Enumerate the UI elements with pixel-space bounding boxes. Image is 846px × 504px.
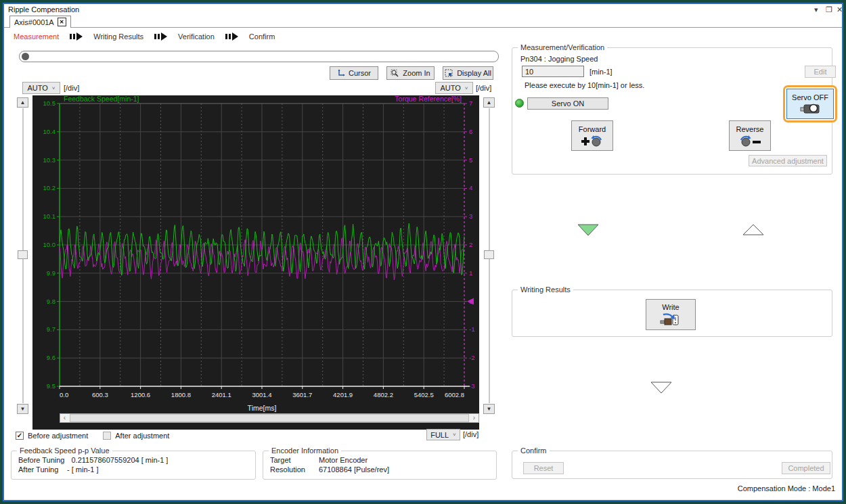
window-menu-icon[interactable]: ▾ [814, 5, 818, 14]
svg-text:1: 1 [469, 269, 472, 277]
reset-button[interactable]: Reset [523, 462, 564, 474]
slider-thumb[interactable] [18, 250, 28, 259]
ripple-compensation-window: Ripple Compensation ▾ ❐ ✕ Axis#0001A ✕ M… [0, 0, 846, 504]
svg-text:9.5: 9.5 [47, 382, 55, 390]
scroll-thumb[interactable] [70, 414, 469, 422]
advanced-adjustment-button[interactable]: Advanced adjustment [749, 155, 827, 166]
jogging-speed-input[interactable] [522, 66, 584, 77]
slider-thumb[interactable] [484, 250, 494, 259]
svg-text:Time[ms]: Time[ms] [248, 404, 277, 412]
after-tuning-value: - [ min-1 ] [67, 465, 98, 474]
encoder-info-group: Encoder Information Target Motor Encoder… [263, 451, 497, 480]
step-arrow-icon [70, 32, 83, 41]
pp-value-title: Feedback Speed p-p Value [17, 446, 112, 455]
right-scale-unit: [/div] [476, 84, 491, 92]
encoder-resolution-row: Resolution 67108864 [Pulse/rev] [270, 465, 496, 474]
pp-value-group: Feedback Speed p-p Value Before Tuning 0… [11, 451, 256, 480]
svg-text:9.6: 9.6 [47, 354, 55, 361]
jogging-speed-unit: [min-1] [589, 68, 613, 76]
zoom-in-button[interactable]: Zoom In [386, 66, 435, 80]
tab-label: Axis#0001A [14, 18, 54, 26]
left-axis-slider[interactable]: ▲ ▼ [17, 97, 29, 414]
tab-close-icon[interactable]: ✕ [58, 18, 66, 26]
servo-motor-icon [800, 103, 820, 114]
time-scrollbar[interactable]: ‹ › [60, 413, 479, 423]
svg-text:10.3: 10.3 [43, 156, 56, 164]
scroll-right-icon[interactable]: › [470, 414, 478, 422]
slider-down-button[interactable]: ▼ [483, 404, 495, 414]
before-adjustment-checkbox-row: ✓ Before adjustment After adjustment [16, 432, 169, 440]
before-adjustment-label: Before adjustment [28, 432, 88, 440]
left-scale-unit: [/div] [64, 84, 79, 92]
step-verification: Verification [178, 32, 215, 41]
completed-button[interactable]: Completed [782, 462, 830, 474]
svg-text:7: 7 [469, 99, 472, 107]
svg-text:Feedback Speed[min-1]: Feedback Speed[min-1] [64, 95, 139, 103]
svg-text:2401.1: 2401.1 [212, 391, 231, 398]
close-icon[interactable]: ✕ [837, 5, 843, 14]
svg-text:9.9: 9.9 [47, 269, 55, 277]
after-adjustment-checkbox[interactable] [103, 432, 111, 440]
svg-text:1200.6: 1200.6 [131, 391, 150, 398]
svg-text:10.0: 10.0 [43, 241, 56, 248]
slider-up-button[interactable]: ▲ [17, 97, 28, 108]
svg-text:10.4: 10.4 [43, 128, 56, 135]
svg-text:600.3: 600.3 [92, 391, 108, 398]
write-button[interactable]: Write [646, 299, 696, 330]
before-adjustment-checkbox[interactable]: ✓ [16, 432, 24, 440]
svg-text:4: 4 [469, 184, 472, 191]
step-arrow-icon [154, 32, 167, 41]
maximize-icon[interactable]: ❐ [826, 5, 832, 14]
triangle-up-icon: ▲ [487, 100, 492, 106]
svg-text:-2: -2 [469, 354, 474, 361]
reverse-button[interactable]: Reverse [729, 120, 771, 151]
servo-off-button[interactable]: Servo OFF [786, 89, 834, 119]
confirm-title: Confirm [518, 446, 550, 455]
svg-text:3: 3 [469, 212, 472, 220]
flow-down-triangle-active-icon [577, 224, 599, 237]
servo-off-highlight: Servo OFF [783, 85, 837, 122]
reverse-jog-icon [738, 135, 762, 147]
edit-button[interactable]: Edit [805, 66, 836, 78]
display-all-button[interactable]: Display All [443, 66, 493, 80]
window-title: Ripple Compensation [8, 5, 79, 14]
measurement-verification-title: Measurement/Verification [518, 43, 607, 51]
tab-axis0001a[interactable]: Axis#0001A ✕ [9, 16, 71, 28]
after-adjustment-label: After adjustment [115, 432, 169, 440]
servo-status-lamp [515, 99, 524, 108]
chevron-down-icon: ˅ [453, 432, 456, 438]
svg-text:5: 5 [469, 156, 472, 164]
forward-button[interactable]: Forward [571, 120, 613, 151]
right-scale-dropdown[interactable]: AUTO˅ [435, 82, 473, 94]
before-tuning-value: 0.211578607559204 [ min-1 ] [72, 456, 169, 464]
step-arrow-icon [225, 32, 238, 41]
slider-down-button[interactable]: ▼ [17, 404, 28, 414]
forward-jog-icon [580, 135, 604, 147]
svg-text:10.2: 10.2 [43, 184, 56, 191]
waveform-chart: 10.510.410.310.210.110.09.99.89.79.69.57… [32, 95, 479, 430]
window-body: Ripple Compensation ▾ ❐ ✕ Axis#0001A ✕ M… [3, 3, 843, 501]
right-axis-slider[interactable]: ▲ ▼ [483, 97, 495, 414]
triangle-down-icon: ▼ [20, 407, 26, 412]
cursor-button[interactable]: Cursor [330, 66, 378, 80]
write-to-encoder-icon [659, 313, 682, 326]
measurement-progress-track[interactable] [19, 51, 499, 62]
cursor-axes-icon [337, 69, 345, 77]
after-tuning-row: After Tuning - [ min-1 ] [18, 465, 255, 474]
svg-text:4802.2: 4802.2 [374, 391, 393, 398]
scroll-left-icon[interactable]: ‹ [60, 414, 69, 422]
servo-on-button[interactable]: Servo ON [527, 97, 608, 110]
encoder-target-value: Motor Encoder [319, 456, 368, 464]
left-scale-dropdown[interactable]: AUTO˅ [22, 82, 60, 94]
slider-up-button[interactable]: ▲ [483, 97, 495, 108]
encoder-target-row: Target Motor Encoder [270, 456, 496, 464]
chevron-down-icon: ˅ [465, 85, 468, 91]
triangle-up-icon: ▲ [20, 100, 26, 106]
display-all-icon [445, 69, 453, 78]
compensation-mode-label: Compensation Mode : Mode1 [738, 484, 835, 492]
progress-knob[interactable] [22, 53, 29, 60]
time-scale-dropdown[interactable]: FULL˅ [426, 429, 460, 440]
svg-text:10.5: 10.5 [43, 99, 56, 107]
before-tuning-row: Before Tuning 0.211578607559204 [ min-1 … [18, 456, 255, 464]
confirm-group: Confirm Reset Completed [512, 451, 832, 479]
